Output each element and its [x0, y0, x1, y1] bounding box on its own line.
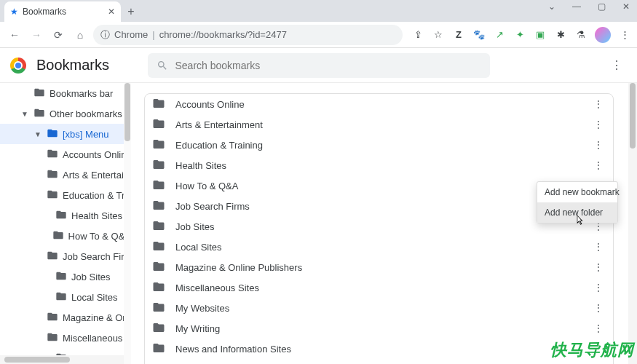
sidebar-item-label: Miscellaneous Sites — [63, 333, 131, 344]
row-menu-button[interactable]: ⋮ — [591, 321, 606, 336]
sidebar-item[interactable]: Bookmarks bar — [0, 83, 131, 103]
folder-icon — [47, 168, 58, 182]
folder-icon — [55, 270, 67, 284]
chrome-logo-icon — [10, 58, 26, 74]
bookmark-folder-row[interactable]: Miscellaneous Sites⋮ — [145, 277, 613, 298]
row-menu-button[interactable]: ⋮ — [591, 301, 606, 315]
star-icon[interactable]: ☆ — [432, 28, 445, 41]
folder-icon — [152, 219, 165, 234]
scrollbar-thumb[interactable] — [4, 357, 70, 363]
scrollbar-thumb[interactable] — [124, 83, 130, 141]
sidebar-item-label: Other bookmarks — [50, 108, 122, 119]
sidebar-horizontal-scrollbar[interactable] — [0, 355, 124, 364]
sidebar-item[interactable]: How To & Q&A — [0, 226, 131, 246]
reload-button[interactable]: ⟳ — [50, 26, 67, 44]
sidebar: Bookmarks bar▼Other bookmarks▼[xbs] Menu… — [0, 83, 131, 364]
folder-icon — [152, 321, 165, 336]
bookmark-folder-row[interactable]: Health Sites⋮ — [145, 155, 613, 175]
sidebar-item-label: Accounts Online — [63, 149, 131, 160]
sidebar-item-label: Job Search Firms — [63, 251, 131, 262]
folder-icon — [55, 290, 67, 304]
bookmark-folder-row[interactable]: My Websites⋮ — [145, 298, 613, 318]
bookmark-folder-row[interactable]: Local Sites⋮ — [145, 237, 613, 257]
sidebar-item[interactable]: Magazine & Online P — [0, 307, 131, 328]
folder-label: Arts & Entertainment — [175, 119, 581, 130]
folder-icon — [152, 341, 165, 357]
folder-icon — [33, 107, 45, 121]
folder-icon — [52, 229, 64, 243]
bookmark-folder-row[interactable]: Accounts Online⋮ — [145, 94, 613, 114]
sidebar-item[interactable]: Local Sites — [0, 287, 131, 307]
bookmark-folder-row[interactable]: My Writing⋮ — [145, 318, 613, 339]
sidebar-item[interactable]: Health Sites — [0, 205, 131, 226]
folder-icon — [152, 240, 165, 255]
bookmarks-menu-button[interactable]: ⋮ — [606, 55, 627, 76]
page-title: Bookmarks — [36, 57, 109, 74]
site-info-icon[interactable]: ⓘ — [100, 28, 110, 41]
forward-button[interactable]: → — [28, 26, 45, 44]
sidebar-item[interactable]: Job Search Firms — [0, 246, 131, 266]
home-button[interactable]: ⌂ — [71, 26, 89, 44]
row-menu-button[interactable]: ⋮ — [591, 260, 606, 274]
extension-z-icon[interactable]: Z — [452, 28, 465, 41]
row-menu-button[interactable]: ⋮ — [591, 117, 606, 132]
sidebar-item-label: Bookmarks bar — [50, 88, 113, 99]
extensions-icon[interactable]: ✱ — [554, 28, 567, 41]
extension-paw-icon[interactable]: 🐾 — [472, 28, 486, 41]
browser-menu-icon[interactable]: ⋮ — [618, 28, 631, 41]
row-menu-button[interactable]: ⋮ — [591, 240, 606, 254]
scrollbar-thumb[interactable] — [630, 83, 636, 149]
back-button[interactable]: ← — [6, 26, 23, 44]
maximize-icon[interactable]: ▢ — [595, 1, 608, 12]
sidebar-item[interactable]: Miscellaneous Sites — [0, 328, 131, 348]
sidebar-item[interactable]: Education & Training — [0, 185, 131, 205]
window-titlebar: ★ Bookmarks ✕ + ⌄ — ▢ ✕ — [0, 0, 637, 22]
folder-label: My Websites — [175, 303, 581, 314]
context-menu-item[interactable]: Add new bookmark — [537, 182, 617, 202]
profile-avatar[interactable] — [595, 27, 611, 43]
minimize-icon[interactable]: — — [570, 1, 583, 12]
extension-square-icon[interactable]: ▣ — [534, 28, 547, 41]
close-window-icon[interactable]: ✕ — [620, 1, 633, 12]
sidebar-item[interactable]: ▼[xbs] Menu — [0, 124, 131, 144]
share-icon[interactable]: ⇪ — [411, 28, 424, 41]
folder-label: Job Search Firms — [175, 201, 581, 212]
sidebar-item[interactable]: Accounts Online — [0, 144, 131, 165]
bookmark-folder-row[interactable]: Arts & Entertainment⋮ — [145, 114, 613, 135]
sidebar-item-label: Education & Training — [63, 190, 131, 201]
close-tab-icon[interactable]: ✕ — [108, 7, 115, 17]
extension-arrow-icon[interactable]: ↗ — [493, 28, 506, 41]
bookmark-folder-row[interactable]: Education & Training⋮ — [145, 135, 613, 155]
folder-icon — [152, 117, 165, 132]
labs-icon[interactable]: ⚗ — [574, 28, 587, 41]
folder-icon — [47, 127, 58, 141]
search-icon — [157, 60, 168, 71]
address-bar[interactable]: ⓘ Chrome | chrome://bookmarks/?id=2477 — [93, 25, 403, 45]
bookmark-folder-row[interactable]: Magazine & Online Publishers⋮ — [145, 257, 613, 277]
search-input[interactable] — [175, 60, 481, 71]
sidebar-item[interactable]: Arts & Entertainment — [0, 165, 131, 185]
chevron-down-icon[interactable]: ▼ — [20, 110, 29, 118]
row-menu-button[interactable]: ⋮ — [591, 138, 606, 152]
folder-icon — [47, 311, 58, 325]
browser-tab[interactable]: ★ Bookmarks ✕ — [4, 1, 121, 22]
row-menu-button[interactable]: ⋮ — [591, 280, 606, 295]
main-scrollbar[interactable] — [628, 83, 637, 364]
row-menu-button[interactable]: ⋮ — [591, 97, 606, 111]
chevron-down-icon[interactable]: ▼ — [33, 130, 42, 138]
chevron-down-icon[interactable]: ⌄ — [545, 1, 558, 12]
search-bookmarks-field[interactable] — [148, 53, 490, 78]
folder-label: How To & Q&A — [175, 181, 581, 191]
bookmarks-header: Bookmarks ⋮ — [0, 48, 637, 83]
bookmark-folder-row[interactable]: News and Information Sites⋮ — [145, 339, 613, 359]
watermark-text: 快马导航网 — [550, 339, 634, 361]
row-menu-button[interactable]: ⋮ — [591, 158, 606, 173]
sidebar-item[interactable]: Job Sites — [0, 266, 131, 287]
sidebar-scrollbar[interactable] — [124, 83, 131, 364]
sidebar-item[interactable]: ▼Other bookmarks — [0, 103, 131, 124]
bookmark-folder-row[interactable]: Reference Sites⋮ — [145, 359, 613, 364]
sidebar-item-label: Job Sites — [71, 272, 110, 282]
extension-puzzle-icon[interactable]: ✦ — [513, 28, 526, 41]
new-tab-button[interactable]: + — [121, 1, 141, 22]
sidebar-item-label: How To & Q&A — [68, 231, 131, 242]
